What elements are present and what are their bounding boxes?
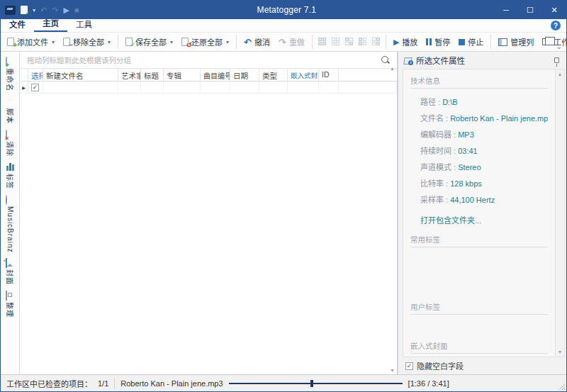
- maximize-button[interactable]: ☐: [518, 1, 542, 19]
- section-user-tags: 用户标签: [410, 301, 548, 315]
- stop-button[interactable]: 停止: [455, 34, 487, 50]
- minimize-button[interactable]: ─: [494, 1, 518, 19]
- table-row[interactable]: ▶ ✓: [20, 82, 397, 94]
- hide-empty-fields-checkbox[interactable]: ✓: [405, 362, 413, 370]
- stop-icon[interactable]: ■: [74, 6, 79, 14]
- help-icon[interactable]: ?: [551, 21, 561, 30]
- property-value: D:\B: [442, 98, 457, 106]
- album-cell[interactable]: [164, 82, 201, 93]
- scroll-down-icon[interactable]: ▼: [558, 349, 563, 354]
- metatogger-window: ▾ ↶ ↷ ▶ ■ Metatogger 7.1 ─ ☐ ✕ 文件 主页 工具 …: [0, 0, 567, 392]
- sidebar-tab-scripts[interactable]: 脚本: [5, 98, 16, 124]
- artist-cell[interactable]: [118, 82, 141, 93]
- uncheck-selection-icon[interactable]: [372, 38, 380, 47]
- app-logo-icon[interactable]: [5, 6, 16, 15]
- scroll-down-icon[interactable]: ▼: [390, 368, 395, 373]
- sidebar-tab-tag[interactable]: 标签: [5, 163, 16, 189]
- play-icon[interactable]: ▶: [63, 6, 69, 14]
- column-header-date[interactable]: 日期: [230, 69, 259, 81]
- id-cell[interactable]: [319, 82, 339, 93]
- sidebar: 重命名 脚本 清除 标签 MusicBrainz 封面: [1, 52, 20, 374]
- toolbar-separator: [312, 35, 313, 49]
- chevron-down-icon: ▾: [108, 39, 111, 45]
- discard-icon: [6, 130, 14, 139]
- pin-icon[interactable]: [554, 57, 559, 63]
- open-containing-folder-link[interactable]: 打开包含文件夹...: [420, 216, 481, 225]
- toolbar-separator: [490, 35, 491, 49]
- track-cell[interactable]: [201, 82, 230, 93]
- save-all-button[interactable]: 保存全部 ▾: [122, 34, 176, 50]
- properties-panel-title: 所选文件属性: [416, 55, 551, 66]
- stop-icon: [459, 39, 465, 45]
- genre-cell[interactable]: [259, 82, 288, 93]
- check-all-icon[interactable]: [318, 38, 326, 47]
- collapse-ribbon-icon[interactable]: ⌄: [556, 43, 562, 50]
- group-by-bar[interactable]: 拖动列标题到此处根据该列分组: [20, 52, 397, 69]
- sidebar-tab-label: 标签: [5, 174, 16, 189]
- add-files-button[interactable]: 添加文件 ▾: [4, 34, 58, 50]
- property-label: 文件名: [420, 114, 450, 123]
- undo-icon[interactable]: ↶: [40, 6, 47, 14]
- column-header-title[interactable]: 标题: [141, 69, 164, 81]
- panel-scrollbar[interactable]: ▲ ▼: [555, 69, 564, 357]
- hide-empty-fields-label: 隐藏空白字段: [417, 360, 464, 371]
- column-header-select[interactable]: 选择: [28, 69, 43, 81]
- slider-track[interactable]: [229, 383, 403, 384]
- quick-access-toolbar: ▾ ↶ ↷ ▶ ■: [1, 6, 79, 15]
- slider-thumb[interactable]: [310, 380, 313, 387]
- remove-all-button[interactable]: 移除全部 ▾: [60, 34, 114, 50]
- close-button[interactable]: ✕: [542, 1, 566, 19]
- invert-check-icon[interactable]: [345, 38, 353, 47]
- playback-slider[interactable]: [229, 379, 403, 388]
- workspace-button[interactable]: 工作空间 ▾: [539, 34, 567, 50]
- play-button[interactable]: ▶ 播放: [390, 34, 421, 50]
- tab-file[interactable]: 文件: [1, 17, 34, 32]
- new-filename-cell[interactable]: [43, 82, 118, 93]
- column-header-album[interactable]: 专辑: [164, 69, 201, 81]
- save-all-icon: [125, 38, 133, 46]
- embedded-cover-cell[interactable]: [288, 82, 319, 93]
- column-header-track[interactable]: 曲目编号: [201, 69, 230, 81]
- manage-columns-button[interactable]: 管理列: [495, 34, 537, 50]
- restore-all-button[interactable]: 还原全部 ▾: [178, 34, 232, 50]
- redo-button[interactable]: ↷ 重做: [275, 34, 308, 50]
- date-cell[interactable]: [230, 82, 259, 93]
- save-all-icon[interactable]: [21, 6, 28, 14]
- remove-all-icon: [63, 38, 70, 46]
- sidebar-tab-covers[interactable]: 封面: [5, 259, 16, 285]
- row-checkbox[interactable]: ✓: [31, 84, 39, 91]
- property-value: 03:41: [458, 147, 478, 155]
- sidebar-tab-rename[interactable]: 重命名: [5, 57, 16, 91]
- sidebar-tab-musicbrainz[interactable]: MusicBrainz: [6, 196, 14, 252]
- column-header-id[interactable]: ID: [319, 69, 339, 81]
- select-cell[interactable]: ✓: [28, 82, 43, 93]
- tag-icon: [6, 163, 14, 172]
- undo-button[interactable]: ↶ 撤消: [240, 34, 274, 50]
- title-cell[interactable]: [141, 82, 164, 93]
- row-marker-icon: ▶: [20, 82, 28, 93]
- property-label: 声道模式: [420, 163, 458, 172]
- sidebar-tab-discard[interactable]: 清除: [5, 130, 16, 157]
- save-all-label: 保存全部: [135, 36, 167, 47]
- redo-icon[interactable]: ↷: [52, 6, 58, 14]
- scroll-up-icon[interactable]: ▲: [390, 66, 395, 71]
- column-header-embedded-cover[interactable]: 嵌入式封面: [288, 69, 319, 81]
- sidebar-tab-sort[interactable]: 整理: [5, 291, 16, 318]
- save-dropdown-icon[interactable]: ▾: [33, 7, 35, 13]
- uncheck-all-icon[interactable]: [332, 38, 339, 47]
- scroll-up-icon[interactable]: ▲: [558, 72, 563, 77]
- column-header-artist[interactable]: 艺术家: [118, 69, 141, 81]
- property-duration: 持续时间03:41: [420, 145, 548, 156]
- tab-home[interactable]: 主页: [34, 16, 67, 32]
- toolbar-separator: [236, 35, 237, 49]
- search-icon[interactable]: [381, 56, 390, 65]
- resize-grip[interactable]: [559, 384, 565, 390]
- properties-panel-body: 技术信息 路径D:\B 文件名Roberto Kan - Plain jene.…: [403, 69, 565, 357]
- pause-button[interactable]: 暂停: [422, 34, 454, 50]
- table-scrollbar[interactable]: ▲ ▼: [388, 65, 397, 374]
- check-selection-icon[interactable]: [359, 38, 366, 47]
- property-label: 持续时间: [420, 147, 458, 155]
- tab-tools[interactable]: 工具: [67, 17, 101, 32]
- column-header-new-filename[interactable]: 新建文件名: [43, 69, 118, 81]
- column-header-genre[interactable]: 类型: [259, 69, 288, 81]
